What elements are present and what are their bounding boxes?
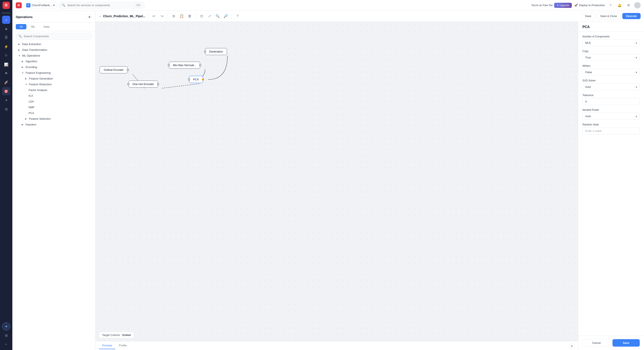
tree-item-ml-operations[interactable]: ▼ ML Operations (14, 53, 94, 58)
tree-item-feature-selection[interactable]: ▶ Feature Selection (14, 116, 94, 122)
tab-preview[interactable]: Preview (99, 342, 116, 349)
tab-data[interactable]: Data (40, 24, 53, 29)
sidebar-icon-home[interactable]: ⌂ (2, 16, 10, 24)
collapse-panel-button[interactable]: ◀ (86, 14, 92, 19)
help-icon-btn[interactable]: ? (607, 2, 614, 8)
sidebar-icon-apps[interactable]: ⊞ (2, 331, 10, 339)
select-wrapper-svd-solver[interactable]: Auto Full Arpack Randomized (582, 83, 640, 90)
tree-item-data-extraction[interactable]: ▶ Data Extraction (14, 41, 94, 47)
save-close-button[interactable]: Save & Close (596, 13, 620, 19)
fit-view-button[interactable]: ⊡ (198, 13, 205, 19)
sidebar-icon-layers[interactable]: ◈ (2, 25, 10, 33)
select-iterated-power[interactable]: Auto 123 (582, 113, 640, 120)
delete-button[interactable]: 🗑 (186, 13, 193, 19)
execute-button[interactable]: Execute (622, 13, 640, 19)
help-button[interactable]: ? (234, 13, 241, 19)
tree-item-feature-reduction[interactable]: ▼ Feature Reduction (14, 81, 94, 87)
tab-profile[interactable]: Profile (116, 342, 130, 349)
sidebar-icon-bolt[interactable]: ⚡ (2, 42, 10, 51)
node-destination[interactable]: Destination (205, 48, 227, 55)
label-tolerance: Tolerance (582, 94, 640, 97)
tree-item-feature-generation[interactable]: ▶ Feature Generation (14, 76, 94, 81)
tab-ml[interactable]: ML (27, 24, 39, 29)
select-num-components[interactable]: MLE 123 (582, 39, 640, 46)
copy-button[interactable]: ⧉ (170, 13, 177, 19)
tree-item-algorithm[interactable]: ▶ Algorithm (14, 58, 94, 64)
select-wrapper-copy[interactable]: True False (582, 54, 640, 61)
tree-item-label: Feature Generation (29, 77, 53, 80)
select-wrapper-whiten[interactable]: False True (582, 69, 640, 76)
tree-item-label: Data Transformation (22, 48, 47, 51)
canvas-title: Churn_Prediction_ML_Pipel... (103, 14, 145, 18)
save-button[interactable]: Save (612, 339, 640, 347)
back-button[interactable]: ← Churn_Prediction_ML_Pipel... (99, 14, 145, 18)
deploy-to-production-btn[interactable]: 🚀 Deploy to Production (574, 3, 605, 7)
tree-item-lda[interactable]: LDA (14, 99, 94, 104)
tree-item-data-transformation[interactable]: ▶ Data Transformation (14, 47, 94, 53)
target-column-value: Exited (122, 334, 131, 337)
topbar-search-input[interactable] (67, 3, 134, 7)
sidebar-icon-chart[interactable]: 📊 (2, 60, 10, 68)
undo-button[interactable]: ↩ (150, 13, 157, 19)
topbar-project[interactable]: C ChurnForBank... ▾ (24, 2, 57, 8)
zoom-out-button[interactable]: 🔎 (222, 13, 229, 19)
cancel-button[interactable]: Cancel (582, 339, 610, 347)
upgrade-button[interactable]: ✦ Upgrade (554, 3, 572, 8)
sidebar-icon-target[interactable]: 🎯 (2, 87, 10, 95)
tree-item-encoding[interactable]: ▶ Encoding (14, 64, 94, 70)
topbar-search-container[interactable]: 🔍 ⌘K (59, 2, 144, 8)
services-label: Services (2, 12, 10, 14)
node-min-max-norm[interactable]: Min-Max Normali... (169, 62, 200, 69)
node-label: PCA (193, 78, 199, 81)
zoom-in-button[interactable]: 🔍 (214, 13, 221, 19)
node-one-hot-encoder[interactable]: One-Hot Encoder (128, 81, 158, 88)
sidebar-icon-compass[interactable]: ✦ (2, 96, 10, 104)
select-copy[interactable]: True False (582, 54, 640, 61)
node-ordinal-encoder[interactable]: Ordinal Encoder (100, 66, 128, 73)
operations-tree: ▶ Data Extraction ▶ Data Transformation … (12, 41, 95, 350)
tree-item-ica[interactable]: ICA (14, 93, 94, 99)
fullscreen-button[interactable]: ⤢ (206, 13, 213, 19)
expand-button[interactable]: ▲ (569, 343, 574, 349)
app-logo: R (2, 2, 10, 9)
save-button[interactable]: Save (582, 13, 595, 19)
select-svd-solver[interactable]: Auto Full Arpack Randomized (582, 83, 640, 90)
user-avatar[interactable] (634, 2, 640, 8)
sidebar-icon-grid[interactable]: ⊞ (2, 105, 10, 113)
right-panel-footer: Cancel Save (578, 336, 644, 350)
tab-all[interactable]: All (16, 24, 26, 29)
ops-search-container[interactable]: 🔍 (16, 33, 92, 39)
tree-item-feature-engineering[interactable]: ▼ Feature Engineering (14, 70, 94, 76)
select-wrapper-num-components[interactable]: MLE 123 (582, 39, 640, 46)
ops-search-input[interactable] (24, 35, 89, 38)
sidebar-icon-flow[interactable]: ⛭ (2, 51, 10, 59)
input-random-state[interactable] (582, 127, 640, 134)
port-right (199, 64, 201, 66)
settings-icon-btn[interactable]: ⚙ (625, 2, 632, 8)
redo-button[interactable]: ↪ (159, 13, 165, 19)
node-pca[interactable]: PCA (189, 76, 203, 83)
node-label: Ordinal Encoder (104, 68, 124, 71)
canvas-bottom-tabs: Preview Profile ▲ (96, 341, 578, 350)
sidebar-icon-database[interactable]: 🗄 (2, 34, 10, 42)
tree-item-label: PCA (28, 111, 34, 115)
bell-icon-btn[interactable]: 🔔 (616, 2, 623, 8)
tree-item-label: Imputers (26, 123, 36, 126)
tree-item-nmf[interactable]: NMF (14, 104, 94, 110)
sidebar-icon-rocket[interactable]: 🚀 (2, 78, 10, 86)
arrow-icon: ▶ (22, 60, 24, 62)
tree-item-imputers[interactable]: ▶ Imputers (14, 122, 94, 127)
tree-item-pca[interactable]: PCA (14, 110, 94, 116)
paste-button[interactable]: 📋 (178, 13, 185, 19)
input-tolerance[interactable] (582, 98, 640, 105)
main-area: R C ChurnForBank... ▾ 🔍 ⌘K You're on Fre… (12, 0, 644, 350)
sidebar-icon-sparkle[interactable]: ✦ (2, 322, 10, 331)
sidebar-icon-flag[interactable]: ⚑ (2, 69, 10, 77)
select-wrapper-iterated-power[interactable]: Auto 123 (582, 113, 640, 120)
select-whiten[interactable]: False True (582, 69, 640, 76)
tree-item-factor-analysis[interactable]: Factor Analysis (14, 87, 94, 93)
label-num-components: Number of Components (582, 35, 640, 38)
canvas-area[interactable]: Destination Min-Max Normali... Ordinal E… (96, 22, 578, 350)
tree-item-label: ML Operations (22, 54, 40, 57)
sidebar-icon-add[interactable]: ＋ (2, 340, 10, 348)
